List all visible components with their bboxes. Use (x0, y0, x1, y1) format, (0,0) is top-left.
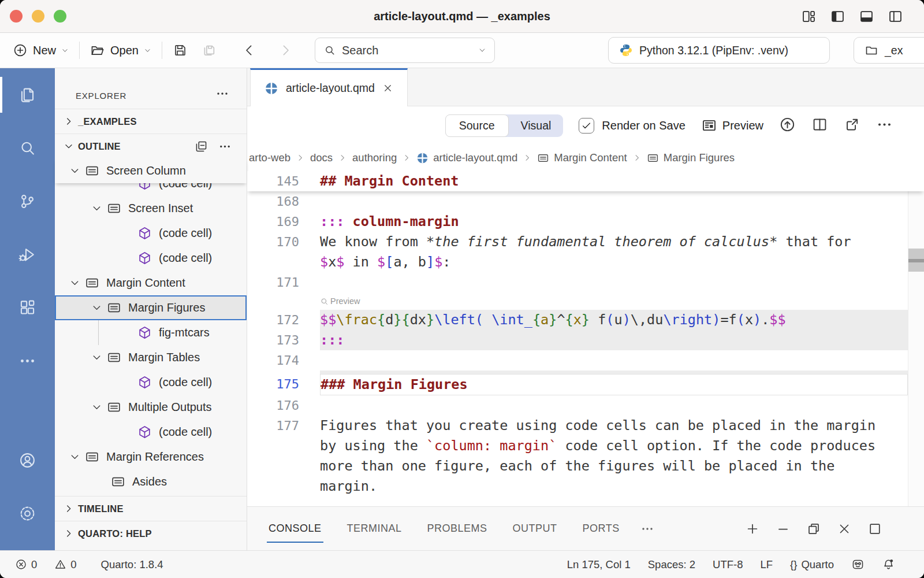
panel-more-icon[interactable] (640, 522, 654, 536)
outline-item[interactable]: Multiple Outputs (55, 395, 247, 420)
outline-item[interactable]: (code cell) (55, 221, 247, 246)
outline-item[interactable]: (code cell) (55, 420, 247, 444)
preview-button[interactable]: Preview (701, 117, 763, 134)
breadcrumb-item[interactable]: Margin Figures (647, 151, 735, 164)
codelens-preview[interactable]: Preview (320, 292, 924, 310)
breadcrumb-item[interactable]: docs (310, 151, 333, 164)
customize-layout-icon[interactable] (801, 9, 817, 24)
line-number (247, 456, 299, 476)
language-mode-status[interactable]: {} Quarto (790, 558, 834, 571)
panel-tab-problems[interactable]: PROBLEMS (427, 523, 487, 535)
search-input[interactable]: Search (315, 38, 495, 63)
status-bar: 0 0 Quarto: 1.8.4 Ln 175, Col 1 Spaces: … (0, 550, 924, 578)
outline-item[interactable]: Margin References (55, 444, 247, 469)
activity-more[interactable] (0, 334, 55, 387)
activity-run-debug[interactable] (0, 228, 55, 281)
outline-item-label: (code cell) (159, 183, 212, 190)
render-button[interactable] (779, 116, 796, 135)
outline-item[interactable]: Asides (55, 469, 247, 494)
toggle-right-panel-icon[interactable] (888, 9, 903, 24)
sidebar-section-timeline[interactable]: TIMELINE (55, 496, 247, 521)
breadcrumb-item[interactable]: article-layout.qmd (416, 151, 517, 164)
chevron-down-icon (69, 451, 81, 463)
editor-area: article-layout.qmd Source Visual Render … (247, 68, 924, 550)
close-icon[interactable] (837, 521, 852, 536)
cursor-position-status[interactable]: Ln 175, Col 1 (567, 558, 631, 571)
maximize-icon[interactable] (867, 521, 882, 536)
feedback-smiley-icon[interactable] (851, 558, 865, 571)
chevron-down-icon (69, 277, 81, 289)
new-button[interactable]: New (13, 43, 69, 58)
chevron-down-icon (478, 46, 486, 54)
outline-item[interactable]: (code cell) (55, 246, 247, 271)
line-number: 170 (247, 232, 299, 252)
outline-item-label: Margin Figures (128, 301, 205, 314)
code-editor[interactable]: 145## Margin Content168169::: column-mar… (247, 171, 924, 506)
ellipsis-icon (876, 116, 893, 133)
code-line: 171 (247, 272, 924, 292)
activity-extensions[interactable] (0, 281, 55, 334)
outline-item[interactable]: Screen Inset (55, 196, 247, 221)
navigate-back-button[interactable] (242, 43, 257, 58)
panel-tab-console[interactable]: CONSOLE (269, 523, 322, 535)
cube-icon (137, 425, 152, 439)
save-button[interactable] (173, 43, 188, 58)
notification-bell-icon[interactable] (882, 558, 895, 571)
save-all-button[interactable] (202, 43, 217, 58)
outline-item[interactable]: Screen Column (55, 158, 247, 183)
render-on-save-checkbox[interactable] (579, 118, 594, 134)
interpreter-selector[interactable]: Python 3.12.1 (PipEnv: .venv) (608, 37, 830, 64)
activity-search[interactable] (0, 121, 55, 175)
activity-settings[interactable] (0, 487, 55, 540)
navigate-forward-button[interactable] (278, 43, 293, 58)
quarto-version-status[interactable]: Quarto: 1.8.4 (101, 558, 163, 571)
outline-item[interactable]: fig-mtcars (55, 320, 247, 345)
activity-account[interactable] (0, 433, 55, 487)
code-line: 145## Margin Content (247, 171, 924, 191)
toggle-bottom-panel-icon[interactable] (859, 9, 874, 24)
tab-article-layout[interactable]: article-layout.qmd (250, 68, 408, 106)
eol-status[interactable]: LF (760, 558, 773, 571)
activity-explorer[interactable] (0, 68, 55, 121)
indentation-status[interactable]: Spaces: 2 (648, 558, 695, 571)
outline-item[interactable]: (code cell) (55, 183, 247, 196)
open-external-button[interactable] (844, 116, 860, 135)
source-mode-button[interactable]: Source (445, 114, 509, 137)
collapse-all-icon[interactable] (195, 140, 208, 153)
more-actions-icon[interactable] (215, 87, 229, 101)
minimize-icon[interactable] (776, 521, 791, 536)
close-icon[interactable] (382, 83, 393, 94)
outline-item[interactable]: Margin Figures (55, 295, 247, 320)
panel-tab-ports[interactable]: PORTS (583, 523, 620, 535)
breadcrumb-item[interactable]: authoring (352, 151, 397, 164)
restore-icon[interactable] (806, 521, 821, 536)
visual-mode-button[interactable]: Visual (509, 114, 564, 137)
encoding-status[interactable]: UTF-8 (713, 558, 743, 571)
code-line: more than one figure, each of the figure… (247, 456, 924, 476)
add-icon[interactable] (745, 521, 760, 536)
problems-status[interactable]: 0 0 (15, 558, 77, 571)
preview-icon (701, 117, 717, 134)
breadcrumb-item[interactable]: arto-web (249, 151, 290, 164)
sidebar-section-examples[interactable]: _EXAMPLES (55, 109, 247, 134)
sidebar-section-quarto-help[interactable]: QUARTO: HELP (55, 521, 247, 546)
breadcrumb-item[interactable]: Margin Content (537, 151, 627, 164)
chevron-down-icon (144, 47, 151, 54)
more-actions-icon[interactable] (218, 140, 232, 153)
sidebar-section-outline[interactable]: OUTLINE (55, 134, 247, 158)
panel-tab-terminal[interactable]: TERMINAL (347, 523, 402, 535)
toggle-left-panel-icon[interactable] (830, 9, 845, 24)
split-editor-button[interactable] (811, 116, 828, 135)
outline-item[interactable]: Margin Tables (55, 345, 247, 370)
panel-tab-output[interactable]: OUTPUT (513, 523, 557, 535)
open-button[interactable]: Open (90, 43, 151, 58)
workspace-button[interactable]: _ex (854, 37, 924, 64)
line-number: 171 (247, 272, 299, 292)
chevron-down-icon (69, 165, 81, 177)
line-number: 175 (247, 374, 299, 395)
activity-source-control[interactable] (0, 175, 55, 228)
outline-item[interactable]: Margin Content (55, 271, 247, 295)
outline-item[interactable]: (code cell) (55, 370, 247, 395)
scrollbar-track[interactable] (908, 171, 924, 506)
editor-more-actions-button[interactable] (876, 116, 893, 135)
